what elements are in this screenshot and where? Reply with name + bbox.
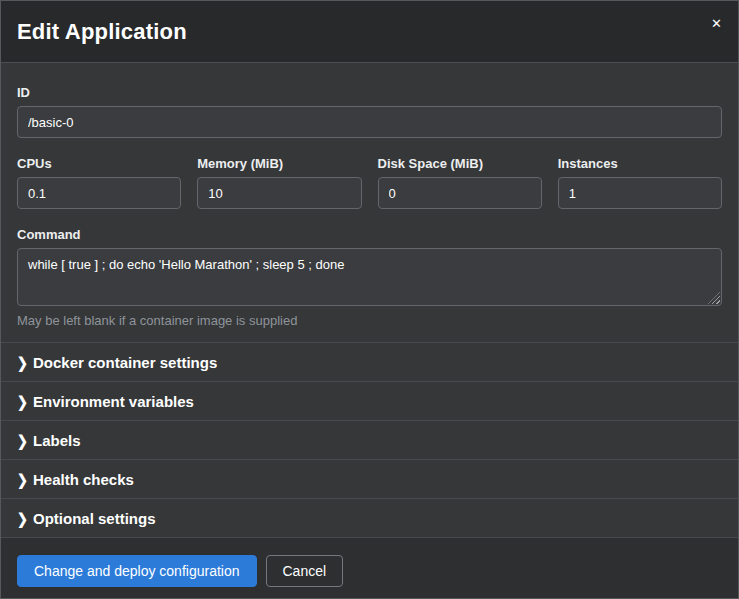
cpus-input[interactable] xyxy=(17,177,181,209)
chevron-right-icon: ❯ xyxy=(17,433,33,448)
memory-input[interactable] xyxy=(197,177,361,209)
command-textarea-wrap: while [ true ] ; do echo 'Hello Marathon… xyxy=(17,248,722,306)
section-label: Docker container settings xyxy=(33,354,217,371)
disk-field-group: Disk Space (MiB) xyxy=(378,156,542,209)
chevron-right-icon: ❯ xyxy=(17,394,33,409)
section-labels[interactable]: ❯ Labels xyxy=(1,420,738,459)
section-label: Health checks xyxy=(33,471,134,488)
change-and-deploy-button[interactable]: Change and deploy configuration xyxy=(17,555,257,587)
section-docker-container-settings[interactable]: ❯ Docker container settings xyxy=(1,342,738,381)
section-optional-settings[interactable]: ❯ Optional settings xyxy=(1,498,738,537)
section-label: Labels xyxy=(33,432,81,449)
memory-field-group: Memory (MiB) xyxy=(197,156,361,209)
edit-application-modal: Edit Application ✕ ID CPUs Memory (MiB) … xyxy=(0,0,739,599)
id-input[interactable] xyxy=(17,106,722,138)
modal-body: ID CPUs Memory (MiB) Disk Space (MiB) In… xyxy=(1,63,738,342)
collapsible-sections: ❯ Docker container settings ❯ Environmen… xyxy=(1,342,738,537)
cpus-field-group: CPUs xyxy=(17,156,181,209)
id-field-group: ID xyxy=(17,85,722,138)
section-label: Optional settings xyxy=(33,510,156,527)
id-label: ID xyxy=(17,85,722,100)
section-environment-variables[interactable]: ❯ Environment variables xyxy=(1,381,738,420)
modal-header: Edit Application ✕ xyxy=(1,1,738,63)
modal-title: Edit Application xyxy=(17,19,187,45)
command-field-group: Command while [ true ] ; do echo 'Hello … xyxy=(17,227,722,328)
close-icon[interactable]: ✕ xyxy=(711,17,722,30)
cpus-label: CPUs xyxy=(17,156,181,171)
instances-input[interactable] xyxy=(558,177,722,209)
modal-footer: Change and deploy configuration Cancel xyxy=(1,537,738,599)
cancel-button[interactable]: Cancel xyxy=(266,555,344,587)
resources-row: CPUs Memory (MiB) Disk Space (MiB) Insta… xyxy=(17,156,722,209)
command-help-text: May be left blank if a container image i… xyxy=(17,313,722,328)
chevron-right-icon: ❯ xyxy=(17,472,33,487)
chevron-right-icon: ❯ xyxy=(17,511,33,526)
command-label: Command xyxy=(17,227,722,242)
disk-input[interactable] xyxy=(378,177,542,209)
section-label: Environment variables xyxy=(33,393,194,410)
chevron-right-icon: ❯ xyxy=(17,355,33,370)
command-input[interactable]: while [ true ] ; do echo 'Hello Marathon… xyxy=(17,248,722,306)
disk-label: Disk Space (MiB) xyxy=(378,156,542,171)
section-health-checks[interactable]: ❯ Health checks xyxy=(1,459,738,498)
memory-label: Memory (MiB) xyxy=(197,156,361,171)
instances-label: Instances xyxy=(558,156,722,171)
instances-field-group: Instances xyxy=(558,156,722,209)
